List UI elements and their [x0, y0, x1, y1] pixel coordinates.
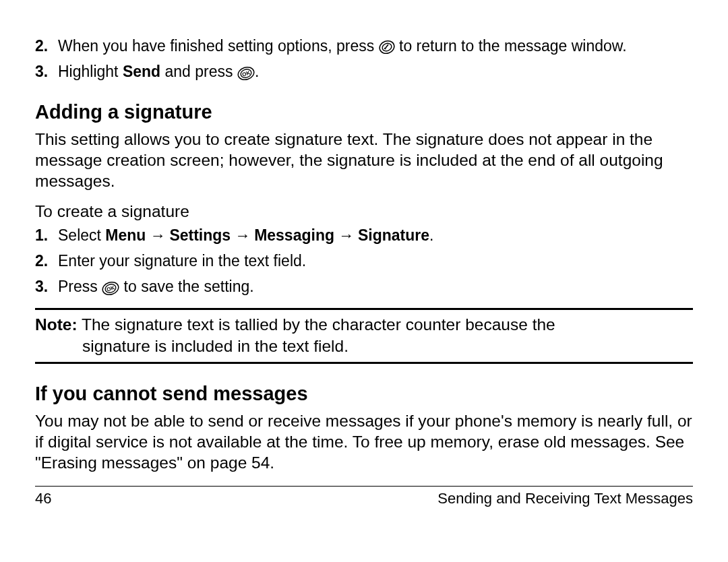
step-3: 3. Highlight Send and press OK. — [35, 62, 693, 82]
back-key-icon — [379, 39, 395, 55]
sig-step-1-text: Select Menu→Settings→Messaging→Signature… — [58, 226, 433, 246]
ok-key-icon: OK — [237, 66, 255, 81]
step-3-text: Highlight Send and press OK. — [58, 62, 259, 82]
footer-title: Sending and Receiving Text Messages — [437, 489, 693, 508]
sig-step-3-number: 3. — [35, 277, 58, 296]
step-2: 2. When you have finished setting option… — [35, 36, 693, 57]
ok-key-icon: OK — [102, 281, 119, 296]
sig-step-2-text: Enter your signature in the text field. — [58, 251, 306, 272]
note-box: Note: The signature text is tallied by t… — [35, 308, 693, 364]
page-footer: 46 Sending and Receiving Text Messages — [35, 486, 693, 508]
sig-step-2: 2. Enter your signature in the text fiel… — [35, 251, 693, 272]
sig-step-1-number: 1. — [35, 226, 58, 245]
signature-intro: This setting allows you to create signat… — [35, 129, 693, 192]
heading-adding-signature: Adding a signature — [35, 100, 693, 124]
step-3-number: 3. — [35, 62, 58, 82]
note-label: Note: — [35, 315, 78, 334]
heading-cannot-send: If you cannot send messages — [35, 381, 693, 406]
arrow-icon: → — [334, 226, 358, 244]
sig-step-3: 3. Press OK to save the setting. — [35, 277, 693, 297]
step-2-text: When you have finished setting options, … — [58, 36, 627, 57]
cannot-send-para: You may not be able to send or receive m… — [35, 411, 693, 474]
arrow-icon: → — [146, 226, 169, 244]
svg-point-0 — [379, 39, 395, 55]
arrow-icon: → — [231, 226, 254, 244]
svg-point-1 — [381, 42, 392, 52]
step-2-number: 2. — [35, 36, 58, 56]
note-text-line2: signature is included in the text field. — [35, 336, 693, 356]
sig-step-2-number: 2. — [35, 251, 58, 271]
sig-step-3-text: Press OK to save the setting. — [58, 277, 254, 297]
sig-step-1: 1. Select Menu→Settings→Messaging→Signat… — [35, 226, 693, 246]
page-number: 46 — [35, 489, 51, 508]
signature-lead: To create a signature — [35, 201, 693, 222]
note-text-line1: The signature text is tallied by the cha… — [78, 315, 555, 334]
